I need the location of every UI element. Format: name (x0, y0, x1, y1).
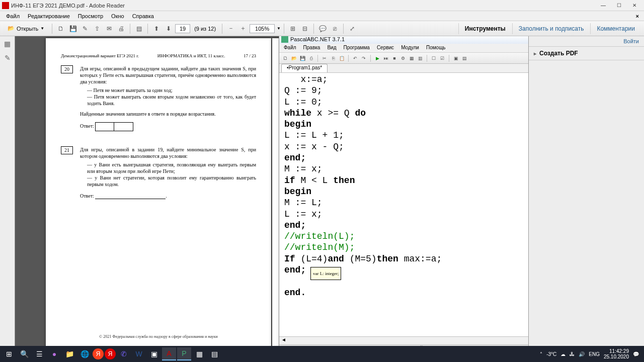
print-icon[interactable]: 🖨 (116, 23, 127, 34)
taskview-icon[interactable]: ☰ (32, 347, 46, 360)
share-icon[interactable]: ⇪ (92, 23, 103, 34)
chrome-icon[interactable]: 🌐 (77, 347, 92, 360)
system-tray[interactable]: ˄ -3°C ☁ 🖧 🔊 ENG 11:42:29 25.10.2020 💬 (540, 348, 642, 359)
zoom-out-icon[interactable]: － (225, 23, 236, 34)
minimize-button[interactable]: — (596, 1, 611, 10)
new-icon[interactable]: 🗋 (281, 54, 289, 62)
menu-edit[interactable]: Редактирование (24, 12, 74, 20)
read-mode-icon[interactable]: ⤢ (347, 23, 358, 34)
opt3-icon[interactable]: ▣ (452, 54, 460, 62)
page-thumbs-icon[interactable]: ▤ (133, 23, 144, 34)
adobe-icon[interactable]: A (162, 347, 176, 360)
folder-icon: 📂 (8, 25, 15, 32)
grid2-icon[interactable]: ▥ (416, 54, 424, 62)
save-icon[interactable]: 💾 (67, 23, 78, 34)
pascal-menubar: Файл Правка Вид Программа Сервис Модули … (279, 44, 528, 53)
create-pdf-icon[interactable]: 🗋 (55, 23, 66, 34)
save-icon[interactable]: 💾 (298, 54, 306, 62)
grid-icon[interactable]: ▦ (408, 54, 416, 62)
app-icon[interactable]: ● (47, 347, 61, 360)
pascal-menu-view[interactable]: Вид (324, 44, 340, 52)
page-footer: © 2021 Федеральная служба по надзору в с… (46, 334, 271, 339)
sign-icon[interactable]: ✎ (79, 23, 91, 34)
viber-icon[interactable]: ✆ (117, 347, 131, 360)
app2-icon[interactable]: ▣ (147, 347, 161, 360)
undo-icon[interactable]: ↶ (351, 54, 359, 62)
zoom-in-icon[interactable]: ＋ (237, 23, 249, 34)
menu-help[interactable]: Справка (128, 12, 158, 20)
saveall-icon[interactable]: ⎙ (307, 54, 315, 62)
word-icon[interactable]: W (132, 347, 146, 360)
pascal-window[interactable]: PascalABC.NET 3.7.1 Файл Правка Вид Прог… (279, 36, 528, 353)
app4-icon[interactable]: ▤ (207, 347, 221, 360)
explorer-icon[interactable]: 📁 (62, 347, 76, 360)
opt4-icon[interactable]: ▤ (460, 54, 468, 62)
close-button[interactable]: ✕ (627, 1, 642, 10)
code-tooltip: var L: integer; (310, 267, 341, 280)
yandex-icon[interactable]: Я (93, 348, 104, 359)
search-icon[interactable]: 🔍 (17, 347, 31, 360)
open-button[interactable]: 📂 Открыть ▼ (3, 24, 49, 33)
thumbnails-icon[interactable]: ▦ (3, 39, 12, 48)
pascal-menu-program[interactable]: Программа (340, 44, 373, 52)
pascal-taskbar-icon[interactable]: P (177, 347, 191, 360)
document-area[interactable]: Демонстрационный вариант ЕГЭ 2021 г. ИНФ… (15, 36, 528, 357)
doc-close-button[interactable]: × (633, 12, 642, 20)
volume-icon[interactable]: 🔊 (579, 351, 585, 357)
menu-view[interactable]: Просмотр (74, 12, 107, 20)
step-icon[interactable]: ⏭ (382, 54, 390, 62)
page-up-icon[interactable]: ⬆ (151, 23, 162, 34)
pascal-titlebar[interactable]: PascalABC.NET 3.7.1 (279, 36, 528, 44)
cut-icon[interactable]: ✂ (320, 54, 329, 62)
pascal-menu-service[interactable]: Сервис (373, 44, 397, 52)
open-icon[interactable]: 📂 (290, 54, 298, 62)
pascal-tabs: •Program1.pas* (279, 64, 528, 73)
pdf-page-left: Демонстрационный вариант ЕГЭ 2021 г. ИНФ… (46, 38, 271, 350)
pascal-menu-modules[interactable]: Модули (397, 44, 423, 52)
network-icon[interactable]: 🖧 (570, 351, 575, 357)
maximize-button[interactable]: ☐ (611, 1, 626, 10)
login-link[interactable]: Войти (529, 36, 644, 47)
language[interactable]: ENG (589, 351, 600, 357)
pascal-hscroll[interactable]: ◄ (279, 336, 528, 344)
fill-sign-button[interactable]: Заполнить и подписать (512, 23, 590, 34)
opt1-icon[interactable]: ☐ (430, 54, 438, 62)
attachments-icon[interactable]: ✎ (3, 53, 12, 62)
tools-panel-button[interactable]: Инструменты (458, 23, 512, 34)
menu-window[interactable]: Окно (107, 12, 128, 20)
opt2-icon[interactable]: ☑ (438, 54, 446, 62)
email-icon[interactable]: ✉ (104, 23, 115, 34)
fit-page-icon[interactable]: ⊞ (287, 23, 298, 34)
page-down-icon[interactable]: ⬇ (163, 23, 174, 34)
create-pdf-section[interactable]: Создать PDF (529, 47, 644, 60)
onedrive-icon[interactable]: ☁ (560, 351, 566, 357)
copy-icon[interactable]: ⎘ (329, 54, 337, 62)
code-editor[interactable]: x:=a; Q := 9; L := 0; while x >= Q do be… (279, 73, 528, 336)
pascal-icon (281, 36, 288, 43)
right-sidebar: Войти Создать PDF (528, 36, 644, 357)
run-icon[interactable]: ▶ (373, 54, 381, 62)
tab-program1[interactable]: •Program1.pas* (281, 64, 328, 72)
pascal-menu-edit[interactable]: Правка (300, 44, 324, 52)
comment-icon[interactable]: 💬 (317, 23, 328, 34)
redo-icon[interactable]: ↷ (360, 54, 368, 62)
menu-file[interactable]: Файл (2, 12, 24, 20)
app3-icon[interactable]: ▦ (192, 347, 206, 360)
zoom-select[interactable] (250, 24, 275, 33)
fit-width-icon[interactable]: ⊟ (299, 23, 310, 34)
pascal-menu-help[interactable]: Помощь (423, 44, 449, 52)
page-number-input[interactable] (175, 24, 190, 33)
titlebar: ИНФ-11 ЕГЭ 2021 ДЕМО.pdf - Adobe Reader … (0, 0, 644, 11)
tray-chevron-icon[interactable]: ˄ (540, 351, 542, 357)
task-number: 20 (61, 65, 73, 73)
notifications-icon[interactable]: 💬 (633, 351, 639, 357)
clock[interactable]: 11:42:29 25.10.2020 (604, 348, 629, 359)
start-button[interactable]: ⊞ (2, 347, 16, 360)
compile-icon[interactable]: ⚙ (399, 54, 407, 62)
paste-icon[interactable]: 📋 (338, 54, 346, 62)
comments-panel-button[interactable]: Комментарии (590, 23, 641, 34)
highlight-icon[interactable]: ⎚ (329, 23, 340, 34)
yandex2-icon[interactable]: Я (105, 348, 116, 359)
pascal-menu-file[interactable]: Файл (280, 44, 300, 52)
stop-icon[interactable]: ■ (390, 54, 398, 62)
